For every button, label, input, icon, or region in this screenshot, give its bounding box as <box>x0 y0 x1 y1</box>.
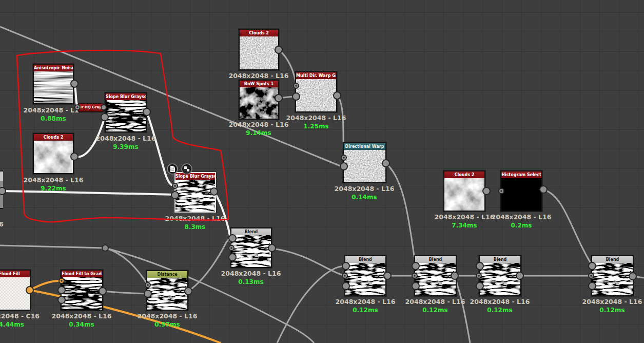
node-header: Blend <box>415 256 456 263</box>
node-time-label: 0.13ms <box>210 278 292 285</box>
node-header: Clouds 2 <box>34 134 73 141</box>
node-size-label: 2048x2048 - L16 <box>12 176 94 184</box>
node-thumbnail <box>0 277 30 310</box>
node-time-label: 0.97ms <box>126 321 208 328</box>
node-time-label: 0.12ms <box>459 307 541 314</box>
node-thumbnail <box>34 71 73 103</box>
node-size-label: 2048x2048 - L16 <box>154 215 236 222</box>
node-size-label: 2048x2048 - L16 <box>85 135 167 142</box>
wire[interactable] <box>633 276 644 278</box>
wire[interactable] <box>103 291 147 294</box>
node-thumbnail <box>231 235 271 267</box>
node-size-label: 2048x2048 - L16 <box>323 185 405 193</box>
wire[interactable] <box>386 163 416 265</box>
node-header: Directional Warp <box>344 143 385 150</box>
node-header: Anisotropic Noise <box>34 65 73 71</box>
node-time-label: 9.39ms <box>85 143 167 150</box>
wire-highlight[interactable] <box>30 281 61 290</box>
node-blend-center[interactable]: Blend <box>230 227 272 268</box>
node-clouds2-left[interactable]: Clouds 2 <box>33 133 74 174</box>
node-size-label: 2048x2048 - L16 <box>218 72 300 80</box>
node-header: Clouds 2 <box>444 172 484 178</box>
node-thumbnail <box>344 150 385 182</box>
node-time-label: 8.3ms <box>154 223 236 231</box>
node-thumbnail <box>240 87 278 119</box>
node-directional-warp[interactable]: Directional Warp <box>343 142 386 183</box>
node-time-label: 0.2ms <box>480 222 562 229</box>
node-clouds2-right[interactable]: Clouds 2 <box>443 170 485 212</box>
node-size-label: 2048x2048 - L16 <box>41 312 123 320</box>
reroute-dot[interactable] <box>102 245 108 251</box>
node-thumbnail <box>175 180 215 212</box>
node-bnw-spots-1[interactable]: BnW Spots 1 <box>239 80 279 120</box>
node-blend-2[interactable]: Blend <box>414 255 457 296</box>
node-header: Slope Blur Grayscale <box>106 93 146 100</box>
node-slope-blur-grayscale-selected[interactable]: Slope Blur Grayscale <box>174 172 216 213</box>
node-header: Flood Fill to Gradient <box>62 271 102 277</box>
node-thumbnail <box>592 263 633 295</box>
node-clouds2-top[interactable]: Clouds 2 <box>239 29 279 70</box>
node-thumbnail <box>415 263 456 295</box>
node-header: Flood Fill <box>0 271 30 277</box>
node-header: Blend <box>592 256 633 263</box>
wire[interactable] <box>279 50 296 86</box>
node-distance[interactable]: Distance <box>146 270 188 311</box>
node-header: Slope Blur Grayscale <box>175 173 215 180</box>
node-thumbnail <box>62 277 102 310</box>
node-size-label: 2048x2048 - L16 <box>126 312 208 320</box>
node-flood-fill-to-gradient[interactable]: Flood Fill to Gradient <box>61 270 103 311</box>
node-blend-4[interactable]: Blend <box>591 255 634 296</box>
node-header: BnW Spots 1 <box>240 81 278 87</box>
node-thumbnail <box>501 178 541 211</box>
node-header: Clouds 2 <box>240 30 278 36</box>
node-time-label: 0.34ms <box>41 321 123 328</box>
node-header: Blend <box>345 256 385 263</box>
wire[interactable] <box>279 97 296 98</box>
node-thumbnail <box>147 278 187 310</box>
node-time-label: 0.14ms <box>323 194 405 201</box>
node-size-label: 2048x2048 - L16 <box>275 114 357 122</box>
node-time-label: 9.14ms <box>218 129 300 137</box>
node-thumbnail <box>296 79 336 111</box>
node-header: Histogram Select <box>501 172 541 178</box>
wire[interactable] <box>0 245 105 248</box>
wire[interactable] <box>105 248 147 284</box>
node-slope-blur-grayscale[interactable]: Slope Blur Grayscale <box>105 92 147 132</box>
node-header: Multi Dir. Warp Grayscale <box>296 72 336 79</box>
node-time-label: 0.12ms <box>571 307 644 314</box>
node-thumbnail <box>444 178 484 211</box>
node-size-label: 2048x2048 - L16 <box>571 298 644 306</box>
node-thumbnail <box>240 36 278 69</box>
node-anisotropic-noise[interactable]: Anisotropic Noise <box>33 64 74 104</box>
node-size-label: 2048x2048 - L16 <box>210 270 292 277</box>
clipped-size-label: 6 <box>0 220 4 228</box>
node-histogram-select[interactable]: Histogram Select <box>500 170 542 212</box>
node-flood-fill[interactable]: Flood Fill <box>0 270 31 311</box>
node-multi-dir-warp-grayscale[interactable]: Multi Dir. Warp Grayscale <box>295 71 337 112</box>
wire[interactable] <box>105 248 314 343</box>
node-size-label: 2048x2048 - L16 <box>480 213 562 221</box>
node-header: Blend <box>231 228 271 235</box>
node-time-label: 1.25ms <box>275 123 357 130</box>
node-size-label: 2048x2048 - L16 <box>459 298 541 306</box>
node-time-label: 0.88ms <box>12 115 94 122</box>
node-thumbnail <box>480 263 520 295</box>
node-thumbnail <box>106 100 146 131</box>
graph-canvas[interactable]: Anisotropic Noise 2048x2048 - L16 0.88ms… <box>0 0 644 343</box>
node-thumbnail <box>345 263 385 295</box>
node-clipped-left[interactable] <box>0 170 3 209</box>
wire-selected[interactable] <box>74 84 78 107</box>
node-header: Distance <box>147 271 187 278</box>
node-time-label: 9.22ms <box>12 185 94 192</box>
node-blend-3[interactable]: Blend <box>479 255 521 296</box>
node-blur-hq-compact[interactable]: ur HQ Gray... <box>78 103 104 112</box>
node-blend-1[interactable]: Blend <box>344 255 386 296</box>
node-thumbnail <box>34 141 73 173</box>
node-header: Blend <box>480 256 520 263</box>
